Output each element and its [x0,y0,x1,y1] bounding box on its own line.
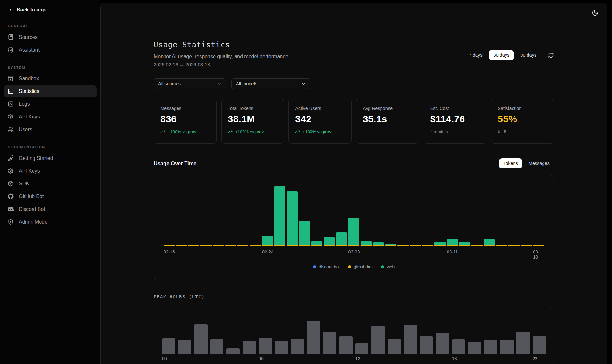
peak-bar-21[interactable] [500,340,514,354]
sidebar-item-users[interactable]: Users [4,124,97,136]
peak-bar-03[interactable] [210,339,224,354]
usage-bar-03-08[interactable] [410,245,421,246]
stat-value: 35.1s [363,114,412,125]
usage-bar-03-16[interactable] [508,245,520,246]
peak-bar-02[interactable] [194,324,208,354]
peak-bar-12[interactable] [355,343,369,354]
peak-bar-20[interactable] [484,340,498,354]
usage-bar-03-10[interactable] [434,242,446,246]
usage-bar-03-13[interactable] [471,245,483,246]
peak-x-tick-slot [339,356,353,361]
peak-bar-01[interactable] [178,340,192,354]
peak-bar-10[interactable] [323,332,336,354]
usage-bar-02-24[interactable] [262,236,273,246]
usage-x-tick-slot [250,249,261,255]
usage-bar-02-17[interactable] [176,245,187,246]
peak-bar-07[interactable] [275,341,288,354]
bar-segment-web [447,239,458,245]
usage-x-tick-slot [459,249,470,255]
peak-bar-14[interactable] [388,339,401,354]
usage-bar-03-03[interactable] [348,218,360,246]
peak-bar-18[interactable] [452,339,465,354]
usage-bar-02-20[interactable] [213,245,224,246]
usage-bar-03-01[interactable] [324,237,335,246]
bar-segment-web [434,242,446,245]
sidebar-item-getting-started[interactable]: Getting Started [4,152,97,164]
usage-bar-02-19[interactable] [200,245,212,246]
usage-over-time-chart: 02-1602-2403-0303-1103-18 discord botgit… [154,175,554,280]
theme-toggle-button[interactable] [592,9,599,16]
usage-section-header: Usage Over Time TokensMessages [154,158,554,168]
peak-bar-11[interactable] [339,336,353,354]
model-filter-select[interactable]: All models [231,78,310,89]
bar-segment-web [262,236,273,245]
peak-bar-22[interactable] [516,332,530,354]
usage-bar-02-25[interactable] [274,186,286,246]
sidebar-item-sandbox[interactable]: Sandbox [4,73,97,85]
sidebar-item-sdk[interactable]: SDK [4,178,97,190]
peak-bar-15[interactable] [404,325,417,354]
sidebar-item-admin-mode[interactable]: Admin Mode [4,216,97,228]
usage-bar-02-28[interactable] [311,241,323,246]
sidebar-item-api-keys[interactable]: API Keys [4,111,97,123]
usage-bar-03-06[interactable] [385,244,397,246]
sidebar-item-statistics[interactable]: Statistics [4,85,97,97]
peak-bar-19[interactable] [468,342,481,354]
peak-bar-00[interactable] [162,338,175,354]
bar-segment-discord [361,246,372,246]
sidebar-item-logs[interactable]: Logs [4,98,97,110]
toggle-button-messages[interactable]: Messages [524,158,554,168]
usage-bar-03-14[interactable] [484,239,495,246]
range-button-90-days[interactable]: 90 days [516,50,541,60]
usage-bar-03-07[interactable] [397,245,409,246]
sidebar-item-github-bot[interactable]: GitHub Bot [4,190,97,203]
range-button-7-days[interactable]: 7 days [464,50,487,60]
usage-bar-03-09[interactable] [422,245,433,246]
peak-bar-16[interactable] [420,336,433,354]
sidebar-item-sources[interactable]: Sources [4,31,97,43]
usage-bar-02-26[interactable] [287,191,298,246]
stat-value: 342 [295,114,345,125]
usage-x-tick-slot: 02-16 [164,249,175,255]
bar-segment-discord [447,246,458,246]
peak-x-tick-label: 06 [259,356,264,361]
range-button-30-days[interactable]: 30 days [489,50,514,60]
usage-bar-02-22[interactable] [237,245,249,246]
sidebar-item-discord-bot[interactable]: Discord Bot [4,203,97,215]
usage-bar-03-05[interactable] [373,242,384,246]
usage-bar-03-04[interactable] [361,241,372,246]
usage-bar-02-18[interactable] [188,245,199,246]
bar-segment-discord [434,246,446,246]
peak-hours-plot [154,307,554,354]
date-range: 2026-02-16 → 2026-03-18 [154,62,290,67]
peak-bar-23[interactable] [533,336,546,354]
sidebar-item-assistant[interactable]: Assistant [4,44,97,56]
usage-bar-03-02[interactable] [336,232,347,246]
usage-bar-03-15[interactable] [496,245,507,246]
sidebar-item-label: Sources [19,34,38,40]
peak-bar-08[interactable] [291,339,304,354]
source-filter-select[interactable]: All sources [154,78,226,89]
peak-bar-13[interactable] [371,326,385,354]
refresh-button[interactable] [548,52,554,58]
peak-bar-17[interactable] [436,333,449,354]
package-icon [8,181,14,187]
usage-bar-02-27[interactable] [299,221,310,246]
back-to-app-button[interactable]: Back to app [4,5,97,15]
usage-bar-03-18[interactable] [533,245,544,246]
usage-bar-02-16[interactable] [164,245,175,246]
peak-bar-05[interactable] [243,341,256,354]
usage-bar-03-12[interactable] [459,242,470,246]
sidebar-item-api-keys[interactable]: API Keys [4,165,97,177]
stat-cards-row: Messages836+100% vs prevTotal Tokens38.1… [154,99,554,144]
trending-up-icon [228,129,233,134]
usage-bar-03-11[interactable] [447,239,458,246]
bar-segment-discord [385,246,397,246]
peak-bar-06[interactable] [259,338,272,354]
usage-bar-03-17[interactable] [521,245,532,246]
peak-bar-09[interactable] [307,321,320,354]
usage-bar-02-21[interactable] [225,245,236,246]
usage-bar-02-23[interactable] [250,245,261,246]
toggle-button-tokens[interactable]: Tokens [499,158,522,168]
peak-bar-04[interactable] [226,348,240,354]
